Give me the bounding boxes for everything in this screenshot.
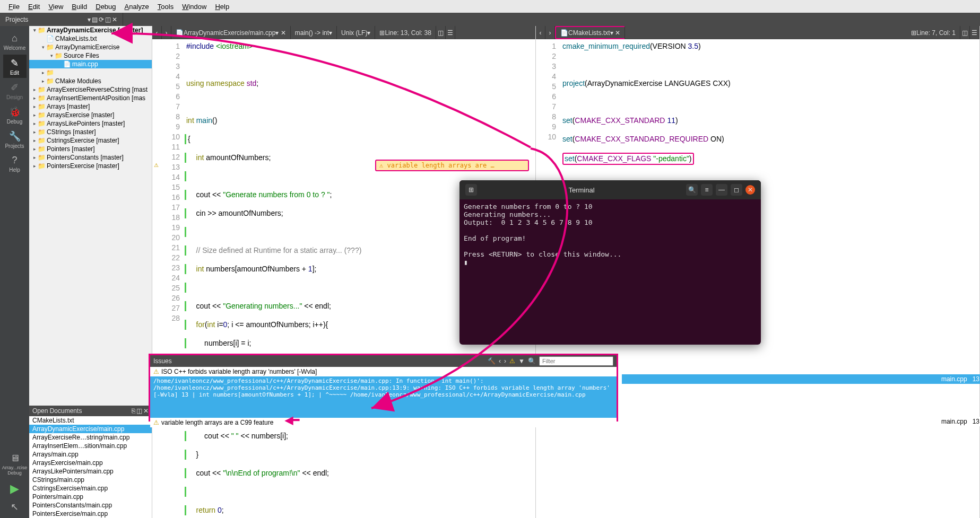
tree-item[interactable]: ▸📁Pointers [master] <box>29 145 152 153</box>
menu-build[interactable]: Build <box>67 3 91 11</box>
tree-item[interactable]: ▸📁ArrayInsertElementAtPosition [mas <box>29 94 152 102</box>
menu-file[interactable]: File <box>4 3 24 11</box>
open-docs-list[interactable]: CMakeLists.txtArrayDynamicExercise/main.… <box>29 416 152 518</box>
open-doc-item[interactable]: Arrays/main.cpp <box>29 450 152 459</box>
projects-tree[interactable]: ▾📁ArrayDynamicExercise [master]📄CMakeLis… <box>29 26 152 406</box>
open-doc-item[interactable]: ArraysExercise/main.cpp <box>29 459 152 467</box>
terminal-output: Generate numbers from 0 to ? 10 Generati… <box>459 199 761 269</box>
open-doc-item[interactable]: Pointers/main.cpp <box>29 493 152 501</box>
menu-icon[interactable]: ≡ <box>701 184 713 196</box>
menu-window[interactable]: Window <box>178 3 211 11</box>
issue-row-2[interactable]: ⚠variable length arrays are a C99 featur… <box>150 418 617 427</box>
open-doc-item[interactable]: ArrayDynamicExercise/main.cpp <box>29 425 152 433</box>
menu-edit[interactable]: Edit <box>24 3 44 11</box>
menu-icon[interactable]: ☰ <box>446 26 455 39</box>
inline-warning[interactable]: ⚠ variable length arrays are … <box>375 160 529 171</box>
maximize-icon[interactable]: ◻ <box>731 184 742 196</box>
projects-label: Projects <box>5 16 28 23</box>
terminal-title: Terminal <box>479 186 684 194</box>
menu-view[interactable]: View <box>44 3 67 11</box>
nav-fwd[interactable]: › <box>162 26 171 39</box>
cursor-position[interactable]: ⊞ Line: 13, Col: 38 <box>375 26 436 39</box>
left-iconbar: ⌂Welcome ✎Edit ✐Design 🐞Debug 🔧Projects … <box>0 26 29 518</box>
tree-item[interactable]: ▸📁 <box>29 68 152 77</box>
terminal-window[interactable]: ⊞ Terminal 🔍 ≡ — ◻ ✕ Generate numbers fr… <box>459 180 761 345</box>
filter-icon[interactable]: ▼ <box>518 357 525 365</box>
close-icon[interactable]: ✕ <box>112 16 117 23</box>
minimize-icon[interactable]: — <box>716 184 727 196</box>
open-doc-item[interactable]: ArraysLikePointers/main.cpp <box>29 467 152 476</box>
open-doc-item[interactable]: PointersConstants/main.cpp <box>29 501 152 510</box>
tree-item[interactable]: ▾📁ArrayDynamicExercise <box>29 43 152 51</box>
terminal-new-tab[interactable]: ⊞ <box>465 184 477 196</box>
pin-icon[interactable]: ⎘ <box>132 407 135 415</box>
hammer-icon[interactable]: 🔨 <box>488 357 496 365</box>
open-doc-item[interactable]: ArrayExerciseRe…string/main.cpp <box>29 433 152 442</box>
tree-item[interactable]: 📄main.cpp <box>29 60 152 68</box>
issue-row-1[interactable]: ⚠ISO C++ forbids variable length array '… <box>150 367 617 376</box>
mode-edit[interactable]: ✎Edit <box>3 55 27 78</box>
cursor-button[interactable]: ↖ <box>11 501 19 513</box>
menu-icon[interactable]: ☰ <box>970 26 979 39</box>
menu-help[interactable]: Help <box>211 3 233 11</box>
open-doc-item[interactable]: CMakeLists.txt <box>29 416 152 425</box>
menu-analyze[interactable]: Analyze <box>120 3 153 11</box>
play-icon: ▶ <box>10 482 19 495</box>
tree-item[interactable]: ▸📁ArraysExercise [master] <box>29 111 152 119</box>
issue-file-labels: main.cpp 13 main.cpp 13 <box>622 374 980 419</box>
tree-item[interactable]: ▾📁Source Files <box>29 51 152 60</box>
tree-item[interactable]: ▸📁PointersConstants [master] <box>29 153 152 162</box>
tree-item[interactable]: ▾📁ArrayDynamicExercise [master] <box>29 26 152 34</box>
split-icon[interactable]: ◫ <box>136 407 142 415</box>
open-doc-item[interactable]: PointersExercise/main.cpp <box>29 510 152 518</box>
design-icon: ✐ <box>11 82 19 93</box>
issues-label: Issues <box>153 357 172 365</box>
tab-cmakelists[interactable]: 📄 CMakeLists.txt ▾ ✕ <box>555 26 625 39</box>
tree-item[interactable]: ▸📁Arrays [master] <box>29 102 152 111</box>
encoding[interactable]: Unix (LF) ▾ <box>337 26 375 39</box>
tree-item[interactable]: 📄CMakeLists.txt <box>29 34 152 43</box>
mode-welcome[interactable]: ⌂Welcome <box>3 30 27 54</box>
crumb-function[interactable]: main() -> int ▾ <box>291 26 337 39</box>
filter-input[interactable] <box>539 356 613 366</box>
tab-main-cpp[interactable]: 📄 ArrayDynamicExercise/main.cpp ▾ ✕ <box>171 26 291 39</box>
nav-fwd[interactable]: › <box>545 26 555 39</box>
tree-item[interactable]: ▸📁CStrings [master] <box>29 128 152 136</box>
open-doc-item[interactable]: CStrings/main.cpp <box>29 476 152 484</box>
editor-left-tabbar: ‹ › 📄 ArrayDynamicExercise/main.cpp ▾ ✕ … <box>152 26 535 39</box>
split-icon[interactable]: ◫ <box>105 16 111 23</box>
run-button[interactable]: ▶ <box>10 482 19 496</box>
tree-item[interactable]: ▸📁ArrayExerciseReverseCstring [mast <box>29 85 152 94</box>
cursor-position-right[interactable]: ⊞ Line: 7, Col: 1 <box>907 26 960 39</box>
filter2-icon[interactable]: ▤ <box>92 16 98 23</box>
menu-debug[interactable]: Debug <box>91 3 120 11</box>
mode-projects[interactable]: 🔧Projects <box>3 128 27 151</box>
split-icon[interactable]: ◫ <box>960 26 970 39</box>
filter-icon[interactable]: ▾ <box>88 16 91 23</box>
close-icon[interactable]: ✕ <box>143 407 149 415</box>
open-doc-item[interactable]: ArrayInsertElem…sition/main.cpp <box>29 442 152 450</box>
nav-back[interactable]: ‹ <box>536 26 545 39</box>
tree-item[interactable]: ▸📁PointersExercise [master] <box>29 162 152 170</box>
tree-item[interactable]: ▸📁ArraysLikePointers [master] <box>29 119 152 128</box>
issues-detail[interactable]: /home/ivanleoncz/www_professional/c++/Ar… <box>150 376 617 418</box>
close-icon[interactable]: ✕ <box>745 185 755 195</box>
edit-icon: ✎ <box>11 57 19 69</box>
nav-back[interactable]: ‹ <box>152 26 162 39</box>
menu-tools[interactable]: Tools <box>153 3 178 11</box>
run-target[interactable]: 🖥Array...rciseDebug <box>3 452 27 476</box>
sync-icon[interactable]: ⟳ <box>99 16 104 23</box>
mode-debug[interactable]: 🐞Debug <box>3 103 27 127</box>
warning-filter-icon[interactable]: ⚠ <box>509 357 515 365</box>
tree-item[interactable]: ▸📁CMake Modules <box>29 77 152 85</box>
wrench-icon: 🔧 <box>9 130 21 142</box>
open-doc-item[interactable]: CstringsExercise/main.cpp <box>29 484 152 493</box>
editor-right-tabbar: ‹ › 📄 CMakeLists.txt ▾ ✕ ⊞ Line: 7, Col:… <box>536 26 979 39</box>
mode-design[interactable]: ✐Design <box>3 79 27 102</box>
tree-item[interactable]: ▸📁CstringsExercise [master] <box>29 136 152 145</box>
mode-help[interactable]: ?Help <box>3 152 27 175</box>
split-icon[interactable]: ◫ <box>436 26 446 39</box>
search-icon[interactable]: 🔍 <box>686 184 698 196</box>
next-issue[interactable]: › <box>504 357 506 365</box>
prev-issue[interactable]: ‹ <box>499 357 501 365</box>
